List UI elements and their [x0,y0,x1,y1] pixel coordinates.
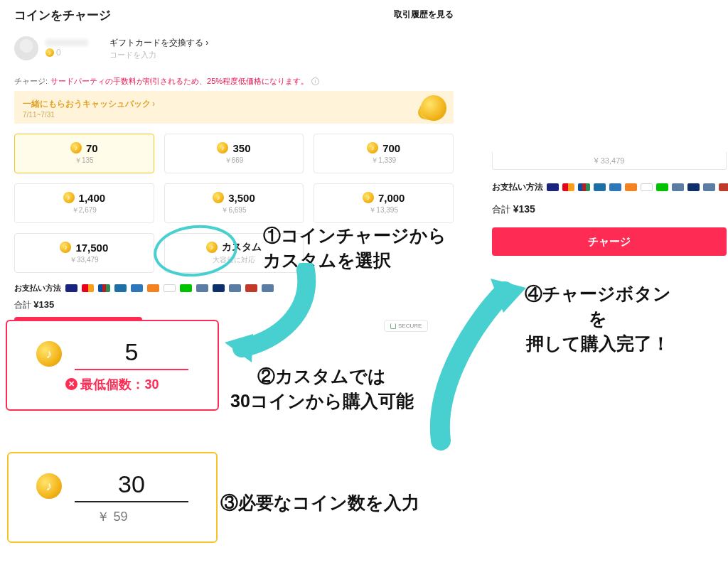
coin-option-700[interactable]: ♪700 ￥1,339 [314,134,454,173]
mastercard-icon [82,284,94,292]
unionpay-icon [687,183,700,191]
username-blurred [46,39,88,46]
custom-amount-input[interactable]: 5 [75,338,188,370]
discount-notice: チャージ: サードパーティの手数料が割引されるため、25%程度低価格になります。… [14,76,454,87]
svg-marker-0 [225,334,253,362]
paypal-icon [641,183,653,191]
page-title: コインをチャージ [14,7,454,23]
konbini-icon [719,183,728,191]
avatar [14,36,38,60]
coin-icon: ♪ [60,242,71,253]
coin-option-3500[interactable]: ♪3,500 ￥6,695 [164,183,304,223]
selected-price-box: ¥ 33,479 [492,152,727,170]
coin-icon: ♪ [363,192,374,203]
coin-icon: ♪ [217,142,228,153]
coin-icon: ♪ [213,192,224,203]
linepay-icon [656,183,668,191]
coin-icon: ♪ [206,242,218,253]
error-icon: ✕ [65,378,77,390]
jcb-icon [98,284,110,292]
coin-balance: ♪ 0 [46,48,88,58]
coin-option-70[interactable]: ♪70 ￥135 [14,134,154,173]
jcb-icon [578,183,590,191]
discover-icon [147,284,159,292]
coin-option-17500[interactable]: ♪17,500 ￥33,479 [14,233,154,273]
coin-icon: ♪ [36,473,62,499]
cashback-promo[interactable]: 一緒にもらおうキャッシュバック› 7/11~7/31 [14,91,454,124]
coin-icon: ♪ [36,341,62,367]
coin-option-1400[interactable]: ♪1,400 ￥2,679 [14,183,154,223]
custom-price: ￥ 59 [97,508,127,525]
coin-icon: ♪ [63,192,75,203]
visa-icon [65,284,77,292]
custom-input-error: ♪ 5 ✕ 最低個数：30 [6,320,219,411]
card-icon [672,183,684,191]
amex-icon [131,284,143,292]
arrow-icon [220,263,334,370]
custom-amount-input[interactable]: 30 [75,470,188,502]
arrow-icon [419,263,540,455]
annotation-4: ④チャージボタンを押して購入完了！ [525,281,671,356]
annotation-2: ②カスタムでは30コインから購入可能 [230,364,414,414]
annotation-3: ③必要なコイン数を入力 [220,490,419,515]
gift-card-link[interactable]: ギフトカードを交換する › コードを入力 [109,37,208,60]
diners-icon [114,284,127,292]
paypal-icon [164,284,176,292]
transaction-history-link[interactable]: 取引履歴を見る [394,9,454,21]
info-icon[interactable]: i [311,77,319,85]
mastercard-icon [562,183,574,191]
coin-option-350[interactable]: ♪350 ￥669 [164,134,304,173]
checkout-panel: ¥ 33,479 お支払い方法 合計 ¥135 チャージ [492,152,728,256]
coin-icon: ♪ [70,142,82,153]
linepay-icon [180,284,192,292]
error-message: ✕ 最低個数：30 [65,376,159,393]
charge-button-right[interactable]: チャージ [492,227,727,256]
coin-icon: ♪ [367,142,378,153]
custom-input-valid: ♪ 30 ￥ 59 [7,452,218,543]
coin-option-7000[interactable]: ♪7,000 ￥13,395 [314,183,454,223]
user-row: ♪ 0 ギフトカードを交換する › コードを入力 [14,36,454,60]
coins-stack-icon [421,95,446,121]
card-icon [703,183,715,191]
coin-icon: ♪ [46,48,54,57]
discover-icon [625,183,637,191]
total-row-right: 合計 ¥135 [492,203,728,216]
lock-icon [390,323,396,329]
payment-methods-right: お支払い方法 [492,181,728,193]
amex-icon [609,183,621,191]
card-icon [196,284,208,292]
visa-icon [547,183,559,191]
diners-icon [594,183,606,191]
